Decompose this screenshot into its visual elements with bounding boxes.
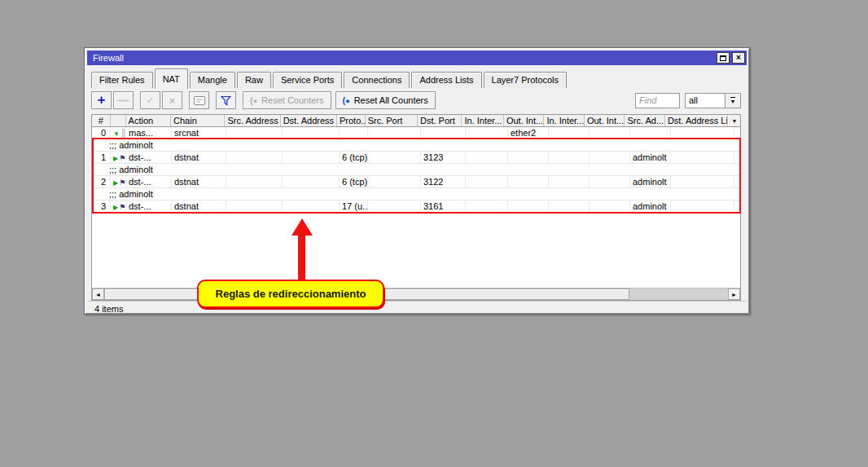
column-header-src-port[interactable]: Src. Port xyxy=(366,115,418,126)
cell-dst-address xyxy=(283,176,340,187)
cell-in-inter xyxy=(466,152,508,163)
cell-blank: 3 xyxy=(92,200,111,212)
tab-filter-rules[interactable]: Filter Rules xyxy=(91,72,153,88)
cell-proto xyxy=(340,127,368,139)
column-header-blank[interactable] xyxy=(111,115,126,126)
cell-chain: dstnat xyxy=(172,152,226,163)
firewall-window: Firewall × Filter RulesNATMangleRawServi… xyxy=(84,47,750,315)
window-title: Firewall xyxy=(93,53,717,63)
cell-proto: 17 (u... xyxy=(340,200,368,212)
cell-src-address xyxy=(226,176,283,187)
scroll-left-button[interactable]: ◄ xyxy=(92,289,104,300)
tab-service-ports[interactable]: Service Ports xyxy=(273,72,342,88)
horizontal-scrollbar[interactable]: ◄ ► xyxy=(92,288,740,300)
comment-row[interactable]: ;;; adminolt xyxy=(92,164,740,176)
column-header-src-address[interactable]: Src. Address xyxy=(225,115,280,126)
reset-all-counters-button[interactable]: (● Reset All Counters xyxy=(335,91,436,109)
cell-src-address xyxy=(226,152,283,163)
action-icon-cell: ▼║ xyxy=(111,127,126,139)
filter-button[interactable] xyxy=(216,91,236,109)
cell-dst-address xyxy=(283,200,340,212)
dropdown-button[interactable]: ▼ xyxy=(725,93,741,108)
table-row[interactable]: 0▼║mas...srcnatether2 xyxy=(92,127,740,139)
column-header-dst-address[interactable]: Dst. Address xyxy=(281,115,337,126)
table-row[interactable]: 3▶⚑dst-...dstnat17 (u...3161adminolt xyxy=(92,200,740,213)
cell-out-int: ether2 xyxy=(508,127,549,139)
cell-dst-port: 3122 xyxy=(421,176,466,187)
column-header-blank[interactable]: # xyxy=(92,115,111,126)
remove-rule-button[interactable]: — xyxy=(113,91,134,109)
scroll-right-button[interactable]: ► xyxy=(728,289,740,300)
scrollbar-track[interactable] xyxy=(629,289,728,300)
action-icon-cell: ▶⚑ xyxy=(111,200,126,212)
cell-filler xyxy=(734,152,740,163)
column-header-dst-address-lis[interactable]: Dst. Address Lis xyxy=(665,115,728,126)
close-button[interactable]: × xyxy=(732,52,745,64)
column-header-dst-port[interactable]: Dst. Port xyxy=(418,115,462,126)
disable-rule-button[interactable]: × xyxy=(162,91,182,109)
find-input[interactable] xyxy=(635,93,680,108)
cell-src-port xyxy=(368,152,421,163)
column-header-in-inter[interactable]: In. Inter... xyxy=(462,115,503,126)
comment-card-icon xyxy=(194,96,205,105)
cell-dst-address-lis xyxy=(671,176,734,187)
cell-blank: 0 xyxy=(92,127,111,139)
add-rule-button[interactable]: + xyxy=(91,91,112,109)
table-row[interactable]: 2▶⚑dst-...dstnat6 (tcp)3122adminolt xyxy=(92,176,740,188)
cell-proto: 6 (tcp) xyxy=(340,176,368,187)
titlebar[interactable]: Firewall × xyxy=(87,51,747,65)
annotation-arrow-head xyxy=(292,218,313,236)
comment-row[interactable]: ;;; adminolt xyxy=(92,139,740,152)
table-header-row: #ActionChainSrc. AddressDst. AddressProt… xyxy=(92,115,740,127)
cell-chain: dstnat xyxy=(172,200,226,212)
cell-src-ad: adminolt xyxy=(630,176,671,187)
x-icon: × xyxy=(169,95,176,107)
column-header-chain[interactable]: Chain xyxy=(171,115,225,126)
column-header-out-int[interactable]: Out. Int... xyxy=(585,115,625,126)
tab-mangle[interactable]: Mangle xyxy=(190,72,235,88)
comment-button[interactable] xyxy=(189,91,209,109)
tab-address-lists[interactable]: Address Lists xyxy=(411,72,481,88)
column-header-out-int[interactable]: Out. Int... xyxy=(504,115,545,126)
nat-rules-table: #ActionChainSrc. AddressDst. AddressProt… xyxy=(91,114,741,301)
filter-scope-dropdown[interactable]: all ▼ xyxy=(685,93,741,108)
maximize-button[interactable] xyxy=(717,52,730,64)
annotation-callout: Reglas de redireccionamiento xyxy=(197,280,384,308)
column-header-action[interactable]: Action xyxy=(126,115,171,126)
comment-row[interactable]: ;;; adminolt xyxy=(92,188,740,200)
cell-dst-port xyxy=(421,127,466,139)
cell-in-inter xyxy=(549,152,590,163)
tab-raw[interactable]: Raw xyxy=(237,72,271,88)
dstnat-icon: ▶ xyxy=(113,204,118,211)
toolbar: + — ✓ × (● Reset Counters (● Reset All C… xyxy=(87,90,747,111)
comment-text: ;;; adminolt xyxy=(109,140,153,150)
column-header-proto[interactable]: Proto... xyxy=(337,115,366,126)
cell-in-inter xyxy=(549,127,590,139)
enable-rule-button[interactable]: ✓ xyxy=(140,91,160,109)
cell-blank: 1 xyxy=(92,152,111,163)
reset-counters-icon: (● xyxy=(250,96,257,105)
column-header-in-inter[interactable]: In. Inter... xyxy=(544,115,585,126)
cell-chain: srcnat xyxy=(172,127,226,139)
arrow-left-icon: ◄ xyxy=(95,292,101,297)
cell-src-port xyxy=(368,200,421,212)
cell-dst-port: 3123 xyxy=(421,152,466,163)
cell-src-ad: adminolt xyxy=(630,200,671,212)
desktop-background: { "window": { "title": "Firewall", "clos… xyxy=(0,0,868,467)
column-header-src-ad[interactable]: Src. Ad... xyxy=(625,115,665,126)
column-options-button[interactable]: ▼ xyxy=(728,115,740,126)
action-icon-cell: ▶⚑ xyxy=(111,176,126,187)
tab-layer7-protocols[interactable]: Layer7 Protocols xyxy=(484,72,568,88)
tab-connections[interactable]: Connections xyxy=(344,72,410,88)
callout-text: Reglas de redireccionamiento xyxy=(216,288,366,300)
table-row[interactable]: 1▶⚑dst-...dstnat6 (tcp)3123adminolt xyxy=(92,152,740,164)
cell-action: dst-... xyxy=(126,200,172,212)
cell-src-address xyxy=(226,127,283,139)
cell-out-int xyxy=(590,176,630,187)
filter-scope-value: all xyxy=(685,93,725,108)
chevron-down-icon: ▼ xyxy=(732,118,738,124)
tab-nat[interactable]: NAT xyxy=(155,68,188,89)
cell-blank: 2 xyxy=(92,176,111,187)
cell-src-ad: adminolt xyxy=(630,152,671,163)
reset-counters-button[interactable]: (● Reset Counters xyxy=(243,91,331,109)
